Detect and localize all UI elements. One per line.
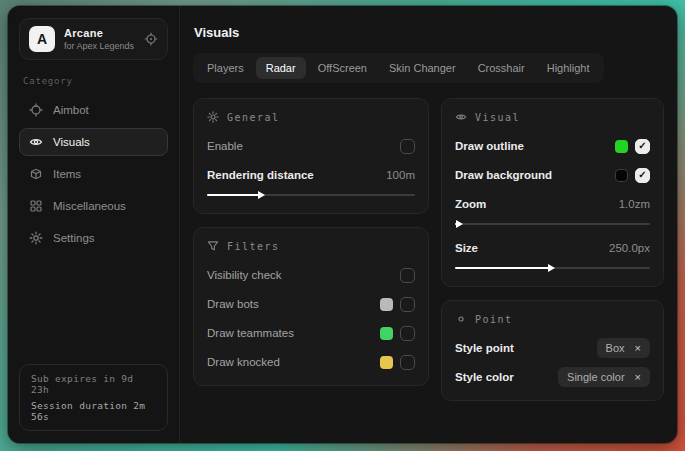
dot-icon	[455, 313, 467, 325]
enable-label: Enable	[207, 140, 243, 152]
slider-fill	[455, 223, 459, 225]
sidebar-item-aimbot[interactable]: Aimbot	[19, 96, 168, 124]
draw-bots-checkbox[interactable]	[400, 297, 415, 312]
sub-expires-text: Sub expires in 9d 23h	[31, 373, 156, 395]
slider-fill	[207, 194, 261, 196]
draw-outline-checkbox[interactable]: ✓	[635, 139, 650, 154]
tab-highlight[interactable]: Highlight	[537, 57, 600, 79]
check-icon: ✓	[638, 141, 646, 151]
draw-bots-row: Draw bots	[207, 294, 415, 314]
style-point-row: Style point Box ×	[455, 338, 650, 358]
draw-background-label: Draw background	[455, 169, 552, 181]
session-duration-text: Session duration 2m 56s	[31, 400, 156, 422]
filters-card: Filters Visibility check Draw bots	[193, 227, 429, 386]
draw-knocked-label: Draw knocked	[207, 356, 280, 368]
draw-outline-color-swatch[interactable]	[615, 140, 628, 153]
right-column: Visual Draw outline ✓ Draw background	[441, 98, 664, 414]
check-icon: ✓	[638, 170, 646, 180]
sidebar-item-label: Settings	[53, 232, 95, 244]
settings-columns: General Enable Rendering distance 100m	[193, 98, 661, 414]
size-row: Size 250.0px	[455, 238, 650, 258]
subscription-status-card: Sub expires in 9d 23h Session duration 2…	[19, 364, 168, 431]
visibility-check-row: Visibility check	[207, 265, 415, 285]
app-logo: A	[29, 26, 55, 52]
page-title: Visuals	[194, 25, 661, 40]
tab-radar[interactable]: Radar	[256, 57, 306, 79]
size-value: 250.0px	[609, 242, 650, 254]
rendering-distance-row: Rendering distance 100m	[207, 165, 415, 185]
general-card: General Enable Rendering distance 100m	[193, 98, 429, 214]
draw-background-color-swatch[interactable]	[615, 169, 628, 182]
zoom-row: Zoom 1.0zm	[455, 194, 650, 214]
slider-thumb[interactable]	[548, 264, 555, 272]
draw-teammates-color-swatch[interactable]	[380, 327, 393, 340]
close-icon[interactable]: ×	[635, 343, 641, 354]
section-title-general: General	[227, 112, 280, 123]
zoom-label: Zoom	[455, 198, 486, 210]
box-icon	[29, 167, 43, 181]
enable-checkbox[interactable]	[400, 139, 415, 154]
draw-knocked-checkbox[interactable]	[400, 355, 415, 370]
size-label: Size	[455, 242, 478, 254]
draw-background-checkbox[interactable]: ✓	[635, 168, 650, 183]
eye-scan-icon	[29, 135, 43, 149]
slider-thumb[interactable]	[258, 191, 265, 199]
sidebar-item-visuals[interactable]: Visuals	[19, 128, 168, 156]
sidebar: A Arcane for Apex Legends Category	[8, 6, 180, 443]
slider-thumb[interactable]	[456, 220, 463, 228]
style-point-chip[interactable]: Box ×	[597, 338, 650, 358]
tab-skin-changer[interactable]: Skin Changer	[379, 57, 466, 79]
style-color-row: Style color Single color ×	[455, 367, 650, 387]
sun-icon	[207, 111, 219, 123]
draw-teammates-checkbox[interactable]	[400, 326, 415, 341]
grid-icon	[29, 199, 43, 213]
sidebar-item-settings[interactable]: Settings	[19, 224, 168, 252]
app-subtitle: for Apex Legends	[64, 41, 135, 51]
draw-background-row: Draw background ✓	[455, 165, 650, 185]
tab-offscreen[interactable]: OffScreen	[308, 57, 377, 79]
category-label: Category	[23, 76, 166, 86]
size-slider[interactable]	[455, 267, 650, 269]
rendering-distance-slider[interactable]	[207, 194, 415, 196]
app-window: A Arcane for Apex Legends Category	[8, 6, 677, 443]
point-card-header: Point	[455, 313, 650, 325]
visibility-check-label: Visibility check	[207, 269, 282, 281]
sidebar-item-miscellaneous[interactable]: Miscellaneous	[19, 192, 168, 220]
close-icon[interactable]: ×	[635, 372, 641, 383]
enable-row: Enable	[207, 136, 415, 156]
sidebar-item-label: Aimbot	[53, 104, 89, 116]
sidebar-item-label: Miscellaneous	[53, 200, 126, 212]
sidebar-spacer	[19, 252, 168, 364]
visual-card-header: Visual	[455, 111, 650, 123]
draw-knocked-color-swatch[interactable]	[380, 356, 393, 369]
draw-bots-color-swatch[interactable]	[380, 298, 393, 311]
tab-bar: Players Radar OffScreen Skin Changer Cro…	[193, 53, 604, 83]
filters-card-header: Filters	[207, 240, 415, 252]
draw-outline-label: Draw outline	[455, 140, 524, 152]
visibility-check-checkbox[interactable]	[400, 268, 415, 283]
sidebar-item-label: Visuals	[53, 136, 90, 148]
general-card-header: General	[207, 111, 415, 123]
brand-card: A Arcane for Apex Legends	[19, 18, 168, 60]
section-title-visual: Visual	[475, 112, 520, 123]
sidebar-item-label: Items	[53, 168, 81, 180]
eye-icon	[455, 111, 467, 123]
tab-players[interactable]: Players	[197, 57, 254, 79]
style-point-label: Style point	[455, 342, 514, 354]
brand-text: Arcane for Apex Legends	[64, 27, 135, 51]
draw-bots-label: Draw bots	[207, 298, 259, 310]
style-color-label: Style color	[455, 371, 514, 383]
point-card: Point Style point Box × Style color Sing…	[441, 300, 664, 401]
sidebar-item-items[interactable]: Items	[19, 160, 168, 188]
app-name: Arcane	[64, 27, 135, 39]
chip-label: Box	[606, 342, 625, 354]
target-icon[interactable]	[144, 32, 158, 46]
draw-knocked-row: Draw knocked	[207, 352, 415, 372]
zoom-slider[interactable]	[455, 223, 650, 225]
tab-crosshair[interactable]: Crosshair	[468, 57, 535, 79]
style-color-chip[interactable]: Single color ×	[558, 367, 650, 387]
gear-icon	[29, 231, 43, 245]
chip-label: Single color	[567, 371, 624, 383]
section-title-filters: Filters	[227, 241, 280, 252]
zoom-value: 1.0zm	[619, 198, 650, 210]
